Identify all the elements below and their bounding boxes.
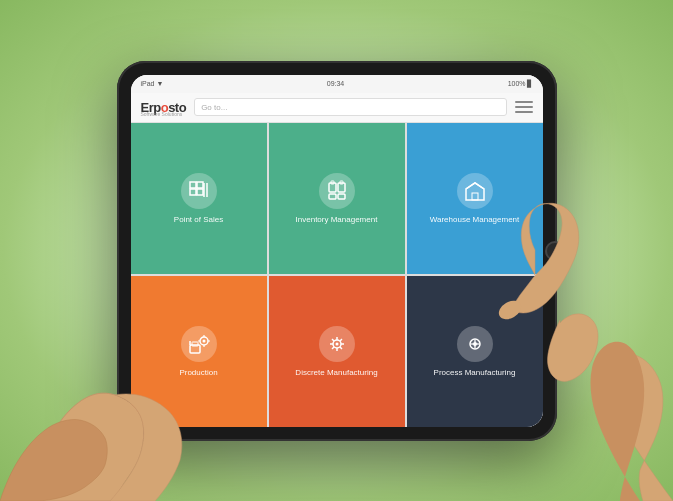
menu-line-1 [515, 101, 533, 103]
svg-line-29 [339, 347, 341, 349]
menu-line-2 [515, 106, 533, 108]
production-label: Production [179, 368, 217, 378]
production-icon [181, 326, 217, 362]
nav-bar: Erposto Software Solutions Go to... [131, 93, 543, 123]
svg-rect-2 [190, 189, 196, 195]
warehouse-icon [457, 173, 493, 209]
logo: Erposto Software Solutions [141, 98, 187, 117]
pos-icon [181, 173, 217, 209]
menu-line-3 [515, 111, 533, 113]
tile-production[interactable]: Production [131, 276, 267, 427]
tile-discrete[interactable]: Discrete Manufacturing [269, 276, 405, 427]
process-icon [457, 326, 493, 362]
pos-label: Point of Sales [174, 215, 223, 225]
status-device: iPad ▼ [141, 80, 164, 87]
inventory-label: Inventory Management [296, 215, 378, 225]
tile-warehouse[interactable]: Warehouse Management [407, 123, 543, 274]
svg-rect-12 [472, 193, 478, 200]
svg-line-28 [332, 339, 334, 341]
svg-rect-0 [190, 182, 196, 188]
svg-line-31 [332, 347, 334, 349]
svg-line-30 [339, 339, 341, 341]
tablet-screen: iPad ▼ 09:34 100% ▊ Erposto Software Sol… [131, 75, 543, 427]
search-placeholder: Go to... [201, 103, 227, 112]
scene: iPad ▼ 09:34 100% ▊ Erposto Software Sol… [0, 0, 673, 501]
svg-point-17 [202, 340, 205, 343]
tablet-frame: iPad ▼ 09:34 100% ▊ Erposto Software Sol… [117, 61, 557, 441]
discrete-icon [319, 326, 355, 362]
status-battery: 100% ▊ [508, 80, 533, 88]
app-grid: Point of Sales Inventory [131, 123, 543, 427]
tile-pos[interactable]: Point of Sales [131, 123, 267, 274]
process-label: Process Manufacturing [434, 368, 516, 378]
discrete-label: Discrete Manufacturing [295, 368, 377, 378]
inventory-icon [319, 173, 355, 209]
svg-rect-3 [197, 189, 203, 195]
hamburger-menu-icon[interactable] [515, 100, 533, 114]
status-bar: iPad ▼ 09:34 100% ▊ [131, 75, 543, 93]
svg-rect-10 [329, 194, 336, 199]
svg-rect-1 [197, 182, 203, 188]
warehouse-label: Warehouse Management [430, 215, 520, 225]
svg-point-23 [335, 343, 338, 346]
logo-subtitle: Software Solutions [141, 112, 187, 117]
status-time: 09:34 [327, 80, 345, 87]
tile-inventory[interactable]: Inventory Management [269, 123, 405, 274]
tile-process[interactable]: Process Manufacturing [407, 276, 543, 427]
search-bar[interactable]: Go to... [194, 98, 506, 116]
svg-rect-11 [338, 194, 345, 199]
